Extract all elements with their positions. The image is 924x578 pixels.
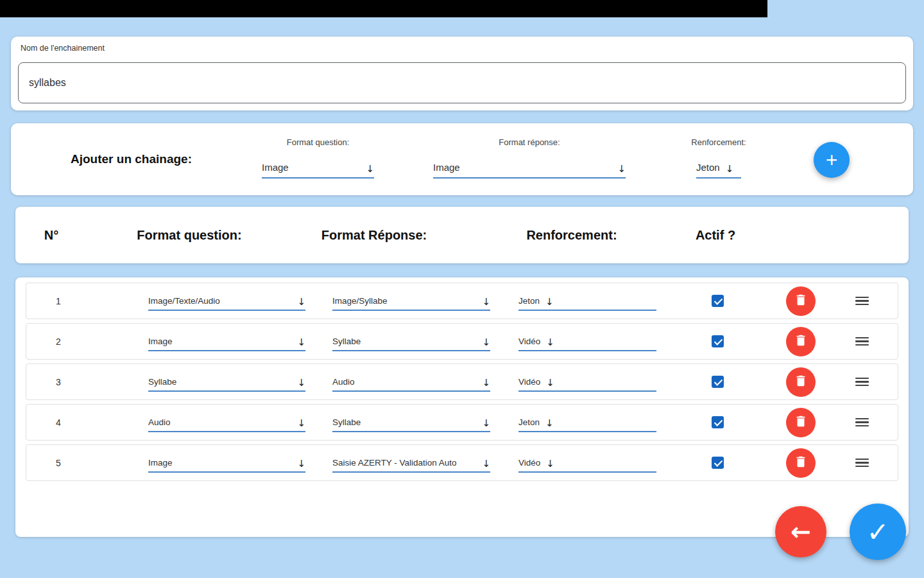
row-renforcement-select[interactable]: Jeton ↓ [518,417,656,432]
table-row: 3 Syllabe ↓ Audio ↓ Vidéo ↓ [26,363,898,400]
delete-button[interactable] [786,286,816,316]
trash-icon [794,333,808,350]
add-reponse-select[interactable]: Image ↓ [433,157,626,179]
chevron-down-icon: ↓ [482,419,490,428]
header-num: N° [44,228,58,243]
row-question-select[interactable]: Image ↓ [148,336,305,351]
add-reponse-label: Format réponse: [499,137,560,147]
add-reponse-value: Image [433,161,460,174]
row-renforcement-value: Vidéo [518,336,540,347]
chevron-down-icon: ↓ [297,297,305,307]
actif-checkbox[interactable] [712,416,724,428]
arrow-left-icon: ← [791,518,811,546]
chevron-down-icon: ↓ [482,338,490,347]
chevron-down-icon: ↓ [482,459,490,469]
row-question-value: Image/Texte/Audio [148,295,220,307]
chevron-down-icon: ↓ [545,419,554,428]
chevron-down-icon: ↓ [546,459,554,469]
row-renforcement-value: Jeton [518,417,540,428]
row-question-value: Syllabe [148,376,176,388]
row-question-select[interactable]: Image/Texte/Audio ↓ [148,295,305,311]
add-chaining-button[interactable]: + [814,142,850,178]
row-reponse-select[interactable]: Audio ↓ [332,376,490,392]
row-question-value: Audio [148,417,171,428]
chevron-down-icon: ↓ [297,378,305,388]
header-renforcement: Renforcement: [526,228,617,243]
chevron-down-icon: ↓ [482,297,490,307]
actif-checkbox[interactable] [712,457,724,469]
header-reponse: Format Réponse: [321,228,427,243]
row-renforcement-select[interactable]: Vidéo ↓ [518,376,656,392]
delete-button[interactable] [786,367,816,397]
chevron-down-icon: ↓ [297,419,305,428]
chevron-down-icon: ↓ [366,164,374,174]
drag-handle-icon[interactable] [855,337,869,346]
name-card: Nom de l'enchainement syllabes [11,37,913,110]
chevron-down-icon: ↓ [546,338,554,347]
actif-checkbox[interactable] [712,335,724,347]
chevron-down-icon: ↓ [617,164,626,174]
row-number: 3 [26,364,90,399]
row-reponse-select[interactable]: Saisie AZERTY - Validation Auto ↓ [332,457,490,473]
row-question-value: Image [148,457,173,469]
add-renforcement-label: Renforcement: [691,137,746,147]
confirm-button[interactable]: ✓ [850,504,906,560]
row-renforcement-select[interactable]: Jeton ↓ [518,295,656,311]
delete-button[interactable] [786,327,816,356]
row-reponse-select[interactable]: Image/Syllabe ↓ [332,295,490,311]
drag-handle-icon[interactable] [855,418,869,427]
actif-checkbox[interactable] [712,376,724,388]
add-question-select[interactable]: Image ↓ [262,157,374,179]
add-renforcement-select[interactable]: Jeton ↓ [696,157,741,179]
table-row: 1 Image/Texte/Audio ↓ Image/Syllabe ↓ Je… [26,283,898,319]
row-renforcement-value: Jeton [518,295,540,307]
table-row: 2 Image ↓ Syllabe ↓ Vidéo ↓ [26,323,898,360]
delete-button[interactable] [786,448,816,478]
delete-button[interactable] [786,408,816,437]
row-reponse-value: Audio [332,376,355,388]
trash-icon [794,374,808,390]
name-input[interactable]: syllabes [18,62,906,103]
name-field-label: Nom de l'enchainement [21,44,105,53]
table-header: N° Format question: Format Réponse: Renf… [15,207,909,263]
check-icon: ✓ [866,516,889,548]
row-question-select[interactable]: Syllabe ↓ [148,376,305,392]
chevron-down-icon: ↓ [482,378,490,388]
plus-icon: + [826,150,838,170]
row-reponse-value: Syllabe [332,417,361,428]
chevron-down-icon: ↓ [545,297,554,307]
drag-handle-icon[interactable] [855,378,869,387]
drag-handle-icon[interactable] [855,459,869,468]
header-actif: Actif ? [696,228,735,243]
add-chaining-card: Ajouter un chainage: Format question: Im… [11,123,913,195]
row-question-select[interactable]: Image ↓ [148,457,305,473]
trash-icon [794,414,808,431]
row-renforcement-value: Vidéo [518,457,540,469]
table-row: 5 Image ↓ Saisie AZERTY - Validation Aut… [26,444,898,481]
chevron-down-icon: ↓ [546,378,554,388]
chevron-down-icon: ↓ [297,459,305,469]
drag-handle-icon[interactable] [855,297,869,306]
row-renforcement-select[interactable]: Vidéo ↓ [518,457,656,473]
table-row: 4 Audio ↓ Syllabe ↓ Jeton ↓ [26,404,898,441]
row-reponse-value: Syllabe [332,336,361,347]
row-question-select[interactable]: Audio ↓ [148,417,305,432]
row-number: 4 [26,405,90,440]
back-button[interactable]: ← [775,506,826,557]
rows-card: 1 Image/Texte/Audio ↓ Image/Syllabe ↓ Je… [15,277,909,537]
chevron-down-icon: ↓ [726,164,734,174]
row-renforcement-select[interactable]: Vidéo ↓ [518,336,656,351]
row-reponse-select[interactable]: Syllabe ↓ [332,336,490,351]
row-number: 1 [26,283,90,319]
row-reponse-value: Image/Syllabe [332,295,388,307]
add-chaining-title: Ajouter un chainage: [71,123,192,195]
actif-checkbox[interactable] [712,295,724,307]
status-bar [0,0,767,17]
chevron-down-icon: ↓ [297,338,305,347]
row-reponse-select[interactable]: Syllabe ↓ [332,417,490,432]
name-input-value: syllabes [29,77,66,89]
trash-icon [794,455,808,471]
row-number: 2 [26,324,90,359]
row-reponse-value: Saisie AZERTY - Validation Auto [332,457,457,469]
add-renforcement-value: Jeton [696,161,720,174]
